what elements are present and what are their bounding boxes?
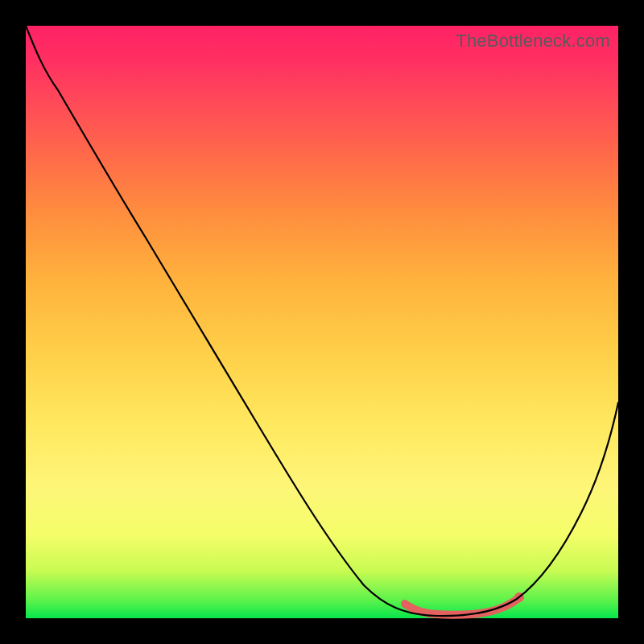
bottleneck-curve-line <box>26 26 618 616</box>
bottleneck-curve-svg <box>26 26 618 618</box>
chart-frame: TheBottleneck.com <box>0 0 644 644</box>
plot-area: TheBottleneck.com <box>26 26 618 618</box>
